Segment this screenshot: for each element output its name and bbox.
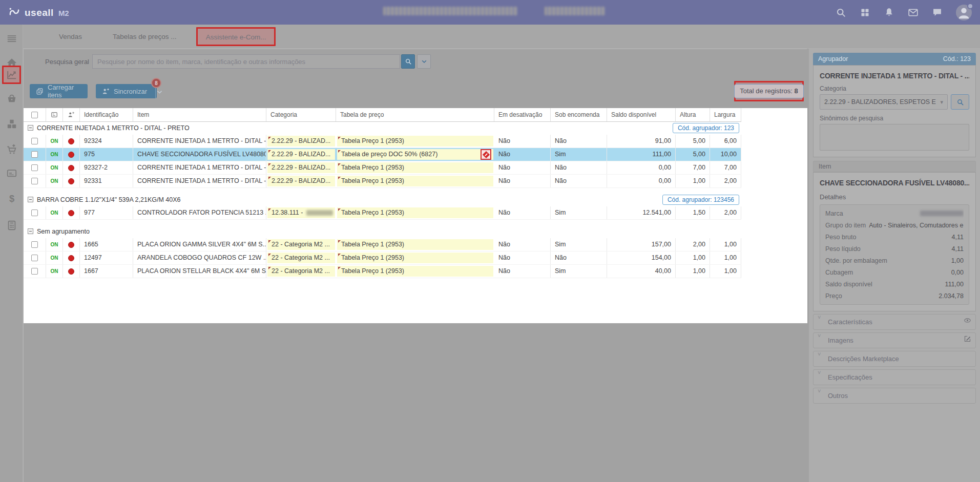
collapse-group-icon[interactable] [28,228,33,234]
column-header-em-desativacao[interactable]: Em desativação [494,108,551,121]
column-header-tabela-de-preco[interactable]: Tabela de preço [336,108,494,121]
table-row[interactable]: ON1665PLACA ORION GAMMA SILVER 4X4" 6M S… [24,238,741,252]
column-header-sob-encomenda[interactable]: Sob encomenda [551,108,607,121]
table-row[interactable]: ON92324CORRENTE INJETADA 1 METRTO - DITA… [24,135,741,148]
cell-altura: 1,50 [676,206,710,219]
search-input[interactable] [92,54,400,69]
tab-assistente-e-com[interactable]: Assistente e-Com... [196,27,276,46]
group-row[interactable]: BARRA COBRE 1.1/2"X1/4" 539A 2,21KG/M 40… [24,194,741,206]
row-checkbox-cell[interactable] [24,252,46,264]
detail-label: Cubagem [825,269,853,276]
cell-tabela-preco[interactable]: Tabela Preço 1 (2953) [336,175,494,187]
collapse-group-icon[interactable] [28,197,33,202]
sync-button[interactable]: Sincronizar [96,84,157,98]
collapse-group-icon[interactable] [28,125,33,131]
section-descricoes-marketplace[interactable]: ˅Descrições Marketplace [813,351,976,367]
sidebar-item-cart[interactable] [2,140,21,159]
cell-tabela-preco[interactable]: Tabela Preço 1 (2953) [336,238,494,251]
sidebar-item-card[interactable] [2,164,21,182]
row-checkbox-cell[interactable] [24,206,46,219]
status-column[interactable] [46,108,63,121]
row-checkbox-cell[interactable] [24,135,46,148]
load-items-button[interactable]: Carregar itens [30,84,88,98]
cell-tabela-preco[interactable]: Tabela Preço 1 (2953) [336,206,494,219]
search-button[interactable] [401,54,415,69]
table-row[interactable]: ON12497ARANDELA COBOGO QUADROS CF 12W ..… [24,252,741,265]
cell-tabela-preco[interactable]: Tabela Preço 1 (2953) [336,135,494,148]
row-checkbox-cell[interactable] [24,175,46,187]
cell-categoria[interactable]: 2.22.29 - BALIZAD... [266,161,336,174]
row-checkbox-cell[interactable] [24,238,46,251]
row-checkbox[interactable] [31,151,38,158]
sidebar-item-finance[interactable]: $ [2,190,21,208]
cell-tabela-preco[interactable]: Tabela Preço 1 (2953) [336,252,494,264]
cell-categoria[interactable]: 2.22.29 - BALIZAD... [266,175,336,187]
sync-status-dot-icon [68,138,74,144]
tab-tabelas-de-precos[interactable]: Tabelas de preços ... [97,25,192,48]
row-sync-cell [63,265,80,278]
cell-categoria[interactable]: 12.38.111 - [266,206,336,219]
sidebar-item-basket[interactable] [2,89,21,108]
row-checkbox[interactable] [31,209,38,216]
sinonimos-textarea[interactable] [820,124,969,151]
cell-categoria[interactable]: 22 - Categoria M2 ... [266,238,336,251]
cell-categoria[interactable]: 22 - Categoria M2 ... [266,252,336,264]
sidebar-item-menu[interactable] [2,30,21,48]
section-caracteristicas[interactable]: ˅Características [813,314,976,330]
cell-tabela-preco[interactable]: Tabela Preço 1 (2953) [336,265,494,278]
search-options-button[interactable] [417,54,431,69]
column-header-saldo-disponivel[interactable]: Saldo disponível [607,108,676,121]
row-checkbox[interactable] [31,138,38,144]
cell-sob-encomenda: Não [551,175,607,187]
section-imagens[interactable]: ˅Imagens [813,332,976,348]
group-title: CORRENTE INJETADA 1 METRTO - DITAL - PRE… [37,124,190,132]
cell-tabela-preco[interactable]: Tabela Preço 1 (2953) [336,161,494,174]
row-checkbox[interactable] [31,178,38,184]
apps-grid-icon[interactable] [860,7,870,18]
avatar[interactable] [956,5,972,20]
cell-categoria[interactable]: 2.22.29 - BALIZAD... [266,135,336,148]
table-row[interactable]: ON977CONTROLADOR FATOR POTENCIA 51213 ..… [24,206,741,220]
table-row[interactable]: ON92331CORRENTE INJETADA 1 METRTO - DITA… [24,175,741,188]
edit-icon[interactable] [964,335,971,345]
sidebar-item-charts[interactable] [2,66,21,84]
cell-tabela-preco[interactable]: Tabela de preço DOC 50% (6827) [336,148,494,161]
cell-categoria[interactable]: 22 - Categoria M2 ... [266,265,336,278]
categoria-select[interactable]: 2.22.29 - BALIZADORES, ESPETOS E POSTES … [820,94,948,110]
select-all-column[interactable] [24,108,46,121]
mail-icon[interactable] [908,7,919,18]
row-checkbox-cell[interactable] [24,265,46,278]
column-header-categoria[interactable]: Categoria [266,108,336,121]
row-checkbox-cell[interactable] [24,148,46,161]
row-checkbox[interactable] [31,164,38,171]
group-row[interactable]: CORRENTE INJETADA 1 METRTO - DITAL - PRE… [24,122,741,135]
column-header-altura[interactable]: Altura [676,108,710,121]
search-icon[interactable] [836,7,846,18]
eye-icon[interactable] [964,317,971,326]
table-row[interactable]: ON92327-2CORRENTE INJETADA 1 METRTO - DI… [24,161,741,175]
sync-column[interactable] [63,108,80,121]
warning-diamond-icon [482,151,489,158]
sidebar-item-products[interactable] [2,115,21,133]
row-checkbox-cell[interactable] [24,161,46,174]
cell-categoria[interactable]: 2.22.29 - BALIZAD... [266,148,336,161]
chat-icon[interactable] [932,7,943,18]
categoria-search-button[interactable] [951,94,969,110]
table-row[interactable]: ON1667PLACA ORION STELLAR BLACK 4X4" 6M … [24,265,741,278]
sidebar-item-calculator[interactable] [2,216,21,235]
cell-altura: 1,00 [676,252,710,264]
bell-icon[interactable] [884,7,894,18]
column-header-item[interactable]: Item [133,108,266,121]
row-checkbox[interactable] [31,268,38,275]
section-outros[interactable]: ˅Outros [813,388,976,404]
select-all-checkbox[interactable] [31,112,38,118]
column-header-identificacao[interactable]: Identificação [80,108,133,121]
row-checkbox[interactable] [31,255,38,261]
tab-vendas[interactable]: Vendas [44,25,97,48]
table-row[interactable]: ON975CHAVE SECCIONADORA FUSÍVEL LV48080.… [24,148,741,161]
agrupador-header: Agrupador Cód.: 123 [813,53,976,65]
row-checkbox[interactable] [31,241,38,248]
section-especificacoes[interactable]: ˅Especificações [813,369,976,385]
column-header-largura[interactable]: Largura [710,108,741,121]
group-row[interactable]: Sem agrupamento [24,225,741,238]
